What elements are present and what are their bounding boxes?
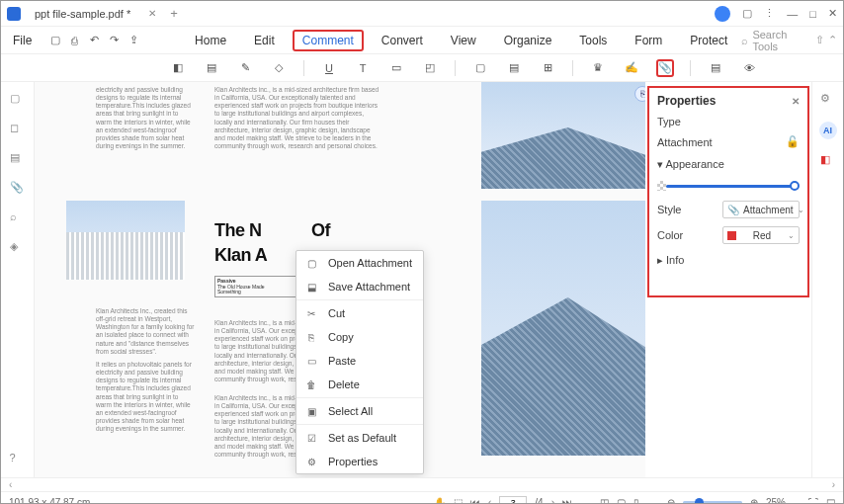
horizontal-scrollbar[interactable]: ‹ › <box>1 477 843 491</box>
ctx-copy[interactable]: ⎘Copy <box>296 325 423 349</box>
hand-tool-icon[interactable]: ✋ <box>434 497 446 504</box>
tab-protect[interactable]: Protect <box>680 30 737 51</box>
thumbnails-icon[interactable]: ▢ <box>10 92 26 108</box>
ctx-open-attachment[interactable]: ▢Open Attachment <box>296 251 423 275</box>
delete-icon: 🗑 <box>304 378 318 391</box>
app-icon <box>7 7 21 21</box>
cursor-coordinates: 101.93 x 47.87 cm <box>9 497 90 504</box>
text-icon[interactable]: T <box>354 59 372 77</box>
tab-organize[interactable]: Organize <box>494 30 562 51</box>
lock-icon[interactable]: 🔓 <box>786 135 800 148</box>
bookmarks-icon[interactable]: ◻ <box>10 122 26 137</box>
next-page-icon[interactable]: › <box>551 497 554 504</box>
note-icon[interactable]: ▤ <box>203 59 220 77</box>
share-icon[interactable]: ⇪ <box>126 32 141 49</box>
cut-icon: ✂ <box>304 306 318 320</box>
help-icon[interactable]: ? <box>10 452 26 467</box>
single-page-icon[interactable]: ▯ <box>633 497 639 504</box>
tab-tools[interactable]: Tools <box>569 30 617 51</box>
reading-mode-icon[interactable]: ◱ <box>826 497 835 504</box>
callout-icon[interactable]: ◰ <box>421 59 439 77</box>
save-icon[interactable]: ▢ <box>47 32 63 49</box>
tab-edit[interactable]: Edit <box>244 30 285 51</box>
body-text: Klan Architects Inc., created this off-g… <box>96 307 195 356</box>
opacity-icon <box>657 181 666 191</box>
style-select[interactable]: 📎Attachment⌄ <box>722 201 800 218</box>
color-swatch <box>727 231 736 240</box>
search-icon[interactable]: ⌕ <box>741 35 748 46</box>
copy-badge-icon[interactable]: ⎘ <box>634 86 645 102</box>
file-menu[interactable]: File <box>7 32 38 49</box>
ctx-save-attachment[interactable]: ⬓Save Attachment <box>296 275 423 298</box>
zoom-out-icon[interactable]: ⊖ <box>667 497 675 504</box>
zoom-in-icon[interactable]: ⊕ <box>750 497 758 504</box>
maximize-icon[interactable]: □ <box>809 8 816 20</box>
document-tab[interactable]: ppt file-sample.pdf * ✕ <box>27 5 164 23</box>
translate-icon[interactable]: ◧ <box>820 153 836 169</box>
new-tab-button[interactable]: + <box>170 6 178 21</box>
ctx-properties[interactable]: ⚙Properties <box>296 450 423 473</box>
color-select[interactable]: Red⌄ <box>722 226 800 244</box>
ctx-label: Open Attachment <box>328 257 412 269</box>
undo-icon[interactable]: ↶ <box>87 32 103 49</box>
heading-part: Klan A <box>214 245 267 265</box>
search-rail-icon[interactable]: ⌕ <box>10 210 26 226</box>
hide-comments-icon[interactable]: 👁 <box>740 59 758 77</box>
layers-icon[interactable]: ◈ <box>10 240 26 256</box>
zoom-dropdown-icon[interactable]: ⌄ <box>794 498 801 504</box>
close-window-icon[interactable]: ✕ <box>828 7 837 20</box>
prev-page-icon[interactable]: ‹ <box>488 497 491 504</box>
last-page-icon[interactable]: ⏭ <box>562 497 572 504</box>
fit-width-icon[interactable]: ◫ <box>600 497 609 504</box>
eraser-icon[interactable]: ◇ <box>270 59 288 77</box>
tab-convert[interactable]: Convert <box>372 30 433 51</box>
print-icon[interactable]: ⎙ <box>67 32 83 49</box>
ctx-set-default[interactable]: ☑Set as Default <box>296 426 423 450</box>
document-canvas[interactable]: electricity and passive building designs… <box>35 82 645 477</box>
ctx-label: Cut <box>328 307 345 319</box>
comments-list-icon[interactable]: ▤ <box>707 59 724 77</box>
cloud-icon[interactable]: ⇧ <box>815 34 824 46</box>
sticky-icon[interactable]: ▤ <box>505 59 523 77</box>
first-page-icon[interactable]: ⏮ <box>470 497 480 504</box>
opacity-slider[interactable] <box>666 179 800 193</box>
settings-rail-icon[interactable]: ⚙ <box>820 92 836 108</box>
feedback-icon[interactable]: ▢ <box>742 7 752 20</box>
zoom-value[interactable]: 25% <box>766 497 786 504</box>
page-input[interactable] <box>499 496 527 505</box>
redo-icon[interactable]: ↷ <box>107 32 123 49</box>
search-placeholder[interactable]: Search Tools <box>752 29 802 52</box>
ctx-paste[interactable]: ▭Paste <box>296 349 423 373</box>
measure-icon[interactable]: ⊞ <box>539 59 556 77</box>
tab-comment[interactable]: Comment <box>293 30 364 51</box>
tab-form[interactable]: Form <box>625 30 672 51</box>
more-icon[interactable]: ⋮ <box>764 7 775 20</box>
select-tool-icon[interactable]: ⬚ <box>454 497 463 504</box>
expand-icon[interactable]: ⌃ <box>828 34 837 46</box>
tab-view[interactable]: View <box>441 30 486 51</box>
attachments-rail-icon[interactable]: 📎 <box>10 181 26 197</box>
pencil-icon[interactable]: ✎ <box>236 59 254 77</box>
user-avatar[interactable] <box>715 6 730 22</box>
ctx-select-all[interactable]: ▣Select All <box>296 399 423 423</box>
scroll-right-icon[interactable]: › <box>832 479 835 490</box>
textbox-icon[interactable]: ▭ <box>387 59 405 77</box>
scroll-left-icon[interactable]: ‹ <box>9 479 12 490</box>
signature-icon[interactable]: ✍ <box>623 59 640 77</box>
outline-icon[interactable]: ▤ <box>10 151 26 167</box>
ctx-cut[interactable]: ✂Cut <box>296 301 423 325</box>
close-properties-icon[interactable]: ✕ <box>792 96 800 107</box>
tab-home[interactable]: Home <box>185 30 236 51</box>
minimize-icon[interactable]: — <box>787 8 798 20</box>
appearance-label: Appearance <box>665 158 723 170</box>
attachment-icon[interactable]: 📎 <box>656 59 674 77</box>
ai-icon[interactable]: AI <box>819 122 837 139</box>
underline-icon[interactable]: U <box>320 59 338 77</box>
close-tab-icon[interactable]: ✕ <box>148 8 156 19</box>
ctx-delete[interactable]: 🗑Delete <box>296 373 423 396</box>
highlight-icon[interactable]: ◧ <box>169 59 187 77</box>
stamp-icon[interactable]: ♛ <box>589 59 607 77</box>
fullscreen-icon[interactable]: ⛶ <box>808 497 818 504</box>
rectangle-icon[interactable]: ▢ <box>471 59 489 77</box>
fit-page-icon[interactable]: ▢ <box>617 497 626 504</box>
